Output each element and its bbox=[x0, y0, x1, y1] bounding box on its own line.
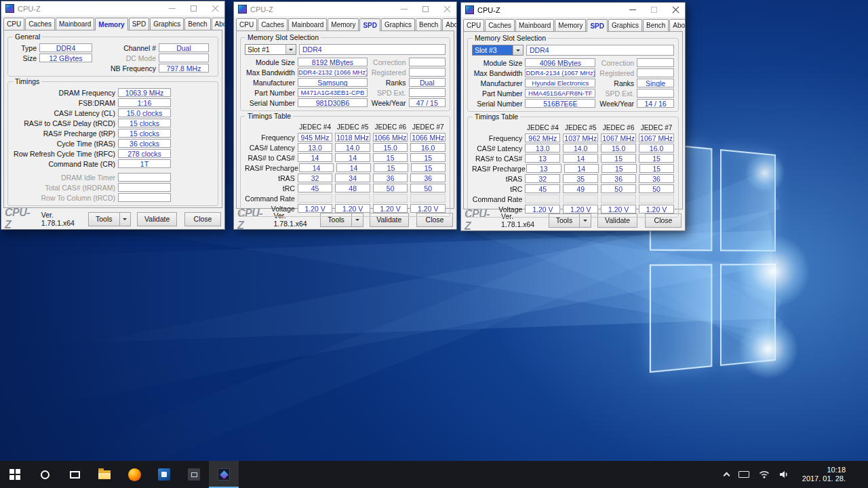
type-value: DDR4 bbox=[39, 43, 92, 52]
jedec-cell bbox=[335, 194, 370, 203]
jedec-cell: 14 bbox=[564, 164, 599, 173]
tab-memory[interactable]: Memory bbox=[328, 18, 359, 30]
tools-dropdown-arrow[interactable] bbox=[120, 212, 132, 226]
tab-memory[interactable]: Memory bbox=[95, 18, 127, 30]
close-button[interactable] bbox=[438, 2, 456, 16]
jedec-cell: 32 bbox=[525, 174, 560, 183]
task-view-icon bbox=[70, 471, 80, 479]
jedec-cell: 13.0 bbox=[298, 143, 333, 152]
dc-mode-label: DC Mode bbox=[95, 54, 156, 62]
group-title: Memory Slot Selection bbox=[245, 33, 321, 41]
timing-label: Row To Column (tRCD) bbox=[12, 194, 115, 202]
serial-number-label: Serial Number bbox=[472, 100, 522, 108]
close-button[interactable] bbox=[206, 1, 224, 16]
tab-graphics[interactable]: Graphics bbox=[150, 18, 184, 30]
serial-number-value: 981D30B6 bbox=[298, 98, 368, 107]
table-row-label: Voltage bbox=[472, 205, 522, 214]
correction-value bbox=[409, 58, 446, 66]
titlebar[interactable]: CPU-Z bbox=[1, 1, 224, 16]
timing-value: 15.0 clocks bbox=[118, 108, 171, 117]
table-row-label: Frequency bbox=[245, 134, 295, 142]
serial-number-label: Serial Number bbox=[245, 99, 295, 107]
firefox-button[interactable] bbox=[119, 461, 149, 488]
start-button[interactable] bbox=[0, 461, 30, 488]
tab-mainboard[interactable]: Mainboard bbox=[288, 18, 327, 30]
minimize-button[interactable] bbox=[623, 3, 642, 17]
close-button[interactable]: Close bbox=[184, 212, 221, 226]
tab-bench[interactable]: Bench bbox=[643, 19, 669, 31]
tab-graphics[interactable]: Graphics bbox=[608, 19, 642, 31]
manufacturer-value: Hyundai Electronics bbox=[525, 79, 595, 87]
tab-mainboard[interactable]: Mainboard bbox=[56, 18, 94, 30]
minimize-button[interactable] bbox=[395, 2, 413, 16]
jedec-cell: 32 bbox=[298, 174, 333, 182]
validate-button[interactable]: Validate bbox=[137, 212, 177, 226]
titlebar[interactable]: CPU-Z bbox=[234, 2, 456, 16]
tab-caches[interactable]: Caches bbox=[485, 19, 515, 31]
tab-cpu[interactable]: CPU bbox=[236, 18, 257, 30]
memory-tab-page: General Type DDR4 Channel # Dual Size 12… bbox=[3, 30, 222, 208]
tab-mainboard[interactable]: Mainboard bbox=[515, 19, 554, 31]
dropdown-arrow-icon[interactable] bbox=[513, 45, 523, 55]
taskbar-clock[interactable]: 10:18 2017. 01. 28. bbox=[798, 466, 850, 483]
jedec-cell: 15 bbox=[601, 154, 636, 163]
jedec-cell: 1.20 V bbox=[563, 205, 598, 214]
windows-logo-pane bbox=[650, 264, 713, 373]
touch-keyboard-icon[interactable] bbox=[738, 471, 749, 478]
cpuz-taskbar-button[interactable] bbox=[209, 461, 239, 488]
cpuz-app-icon bbox=[465, 5, 474, 14]
window-title: CPU-Z bbox=[477, 6, 620, 14]
tab-bench[interactable]: Bench bbox=[184, 18, 210, 30]
timing-value bbox=[118, 183, 171, 192]
tab-cpu[interactable]: CPU bbox=[3, 18, 24, 30]
clock-date: 2017. 01. 28. bbox=[802, 474, 846, 483]
dropdown-arrow-icon[interactable] bbox=[285, 45, 296, 54]
jedec-cell: 13.0 bbox=[525, 144, 560, 152]
jedec-cell: 15 bbox=[374, 163, 408, 172]
task-view-button[interactable] bbox=[60, 461, 90, 488]
slot-select[interactable]: Slot #3 bbox=[472, 45, 524, 56]
tab-graphics[interactable]: Graphics bbox=[381, 18, 415, 30]
file-explorer-icon bbox=[98, 470, 111, 479]
module-size-value: 8192 MBytes bbox=[298, 58, 368, 66]
tab-spd[interactable]: SPD bbox=[359, 18, 380, 31]
manufacturer-label: Manufacturer bbox=[245, 79, 295, 87]
tab-about[interactable]: About bbox=[212, 18, 225, 30]
window-title: CPU-Z bbox=[250, 5, 391, 14]
ranks-value: Single bbox=[637, 79, 674, 87]
volume-icon[interactable] bbox=[779, 470, 789, 479]
minimize-button[interactable] bbox=[163, 1, 181, 16]
titlebar[interactable]: CPU-Z bbox=[461, 3, 685, 17]
tab-about[interactable]: About bbox=[442, 18, 457, 30]
jedec-cell: 15 bbox=[639, 154, 674, 163]
tab-caches[interactable]: Caches bbox=[25, 18, 55, 30]
table-row-label: CAS# Latency bbox=[245, 144, 295, 152]
part-number-label: Part Number bbox=[245, 89, 295, 97]
week-year-label: Week/Year bbox=[598, 100, 634, 108]
tab-cpu[interactable]: CPU bbox=[463, 19, 484, 31]
slot-select-value: Slot #1 bbox=[245, 45, 285, 54]
light-glow bbox=[745, 152, 785, 193]
slot-select[interactable]: Slot #1 bbox=[245, 44, 296, 55]
tab-spd[interactable]: SPD bbox=[129, 18, 150, 30]
tools-button[interactable]: Tools bbox=[88, 212, 120, 226]
memory-slot-selection-group: Memory Slot Selection Slot #1 DDR4 Modul… bbox=[240, 37, 450, 111]
tab-about[interactable]: About bbox=[669, 19, 686, 31]
tab-spd[interactable]: SPD bbox=[587, 19, 608, 32]
timing-value: 15 clocks bbox=[118, 129, 171, 138]
max-bandwidth-label: Max Bandwidth bbox=[472, 69, 522, 77]
slot-select-value: Slot #3 bbox=[473, 45, 513, 55]
table-row-label: tRAS bbox=[245, 174, 295, 182]
network-icon[interactable] bbox=[759, 470, 770, 479]
close-button[interactable] bbox=[667, 3, 685, 17]
pinned-app-dark-button[interactable] bbox=[179, 461, 209, 488]
tab-bench[interactable]: Bench bbox=[416, 18, 441, 30]
pinned-app-blue-button[interactable] bbox=[149, 461, 179, 488]
file-explorer-button[interactable] bbox=[90, 461, 119, 488]
jedec-column-header: JEDEC #4 bbox=[525, 124, 560, 131]
search-button[interactable] bbox=[30, 461, 60, 488]
tray-chevron-icon[interactable] bbox=[723, 472, 730, 479]
tab-caches[interactable]: Caches bbox=[258, 18, 288, 30]
tab-memory[interactable]: Memory bbox=[555, 19, 586, 31]
jedec-cell: 13 bbox=[526, 164, 561, 173]
